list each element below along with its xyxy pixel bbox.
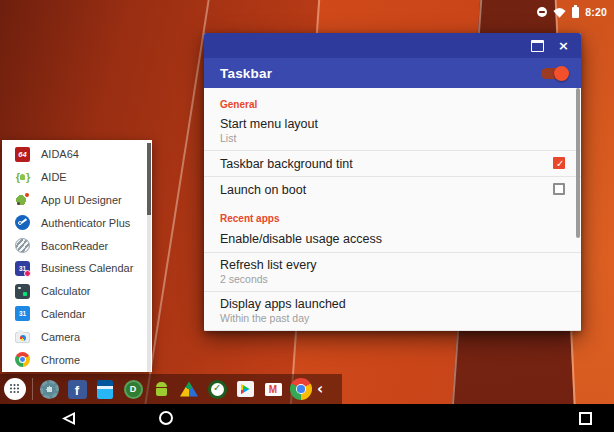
back-button[interactable] bbox=[62, 412, 75, 425]
taskbar-google-drive[interactable] bbox=[175, 374, 203, 404]
all-apps-icon bbox=[10, 384, 12, 386]
clock: 8:20 bbox=[585, 6, 607, 18]
business-calendar-icon: 31 bbox=[15, 261, 30, 276]
do-not-disturb-icon bbox=[537, 7, 547, 17]
start-menu-item-baconreader[interactable]: BaconReader bbox=[2, 234, 152, 257]
taskbar-pushbullet[interactable]: D bbox=[119, 374, 147, 404]
home-button[interactable] bbox=[159, 411, 173, 425]
setting-start-menu-layout[interactable]: Start menu layout List bbox=[204, 112, 581, 150]
start-menu-item-calendar[interactable]: 31 Calendar bbox=[2, 303, 152, 326]
taskbar: f D M ‹ bbox=[0, 374, 342, 404]
camera-icon bbox=[15, 332, 30, 343]
notes-icon bbox=[97, 380, 113, 399]
taskbar-tasks[interactable] bbox=[203, 374, 231, 404]
setting-display-apps-launched[interactable]: Display apps launched Within the past da… bbox=[204, 291, 581, 330]
close-window-icon[interactable]: × bbox=[558, 39, 569, 52]
facebook-icon: f bbox=[68, 380, 87, 399]
aida64-icon: 64 bbox=[15, 147, 30, 162]
navigation-bar bbox=[0, 404, 614, 432]
settings-scrollbar-thumb[interactable] bbox=[576, 88, 580, 238]
chrome-icon bbox=[290, 378, 312, 400]
start-menu-scrollbar-thumb[interactable] bbox=[147, 143, 151, 215]
start-menu-item-aida64[interactable]: 64 AIDA64 bbox=[2, 143, 152, 166]
start-menu: 64 AIDA64 {} AIDE App UI Designer Authen… bbox=[2, 140, 152, 372]
pushbullet-icon: D bbox=[124, 380, 143, 399]
taskbar-enabled-toggle[interactable] bbox=[541, 68, 567, 79]
taskbar-facebook[interactable]: f bbox=[63, 374, 91, 404]
launch-on-boot-checkbox[interactable] bbox=[553, 183, 565, 195]
start-button[interactable] bbox=[4, 378, 26, 400]
taskbar-settings[interactable] bbox=[35, 374, 63, 404]
window-titlebar: × bbox=[204, 33, 581, 58]
start-menu-item-app-ui-designer[interactable]: App UI Designer bbox=[2, 189, 152, 212]
recents-button[interactable] bbox=[579, 412, 592, 425]
setting-sort-order[interactable]: Sort order bbox=[204, 330, 581, 331]
toggle-knob bbox=[554, 66, 569, 81]
android-robot-icon bbox=[152, 380, 171, 399]
settings-list: General Start menu layout List Taskbar b… bbox=[204, 88, 581, 331]
taskbar-android-app[interactable] bbox=[147, 374, 175, 404]
baconreader-icon bbox=[15, 238, 30, 253]
play-store-icon bbox=[237, 381, 254, 397]
start-menu-item-calculator[interactable]: Calculator bbox=[2, 280, 152, 303]
taskbar-notes[interactable] bbox=[91, 374, 119, 404]
background-tint-checkbox[interactable] bbox=[553, 157, 565, 169]
aide-icon: {} bbox=[15, 170, 30, 185]
checkmark-app-icon bbox=[208, 380, 227, 399]
setting-usage-access[interactable]: Enable/disable usage access bbox=[204, 226, 581, 252]
window-header: Taskbar bbox=[204, 58, 581, 88]
android-screen: 8:20 64 AIDA64 {} AIDE App UI Designer A… bbox=[0, 0, 614, 432]
taskbar-chrome[interactable] bbox=[287, 374, 315, 404]
wifi-icon bbox=[553, 7, 566, 18]
chrome-icon bbox=[15, 352, 30, 367]
taskbar-play-store[interactable] bbox=[231, 374, 259, 404]
setting-launch-on-boot[interactable]: Launch on boot bbox=[204, 176, 581, 202]
taskbar-divider bbox=[32, 378, 33, 400]
section-header-recent-apps: Recent apps bbox=[204, 202, 581, 226]
setting-taskbar-background-tint[interactable]: Taskbar background tint bbox=[204, 150, 581, 176]
gmail-icon: M bbox=[265, 383, 282, 396]
settings-gear-icon bbox=[40, 380, 59, 399]
collapse-chevron-icon[interactable]: ‹ bbox=[317, 382, 323, 397]
app-ui-designer-icon bbox=[15, 192, 30, 207]
window-title: Taskbar bbox=[220, 66, 272, 81]
section-header-general: General bbox=[204, 88, 581, 112]
start-menu-item-authenticator-plus[interactable]: Authenticator Plus bbox=[2, 211, 152, 234]
battery-icon bbox=[572, 7, 579, 18]
status-bar: 8:20 bbox=[0, 0, 614, 24]
taskbar-gmail[interactable]: M bbox=[259, 374, 287, 404]
start-menu-item-camera[interactable]: Camera bbox=[2, 325, 152, 348]
start-menu-item-business-calendar[interactable]: 31 Business Calendar bbox=[2, 257, 152, 280]
maximize-window-icon[interactable] bbox=[531, 40, 544, 52]
taskbar-settings-window: × Taskbar General Start menu layout List… bbox=[204, 33, 581, 331]
start-menu-item-aide[interactable]: {} AIDE bbox=[2, 166, 152, 189]
google-drive-icon bbox=[180, 382, 198, 397]
setting-refresh-list-every[interactable]: Refresh list every 2 seconds bbox=[204, 252, 581, 291]
calculator-icon bbox=[15, 284, 30, 299]
authenticator-plus-icon bbox=[15, 215, 30, 230]
calendar-icon: 31 bbox=[15, 306, 30, 321]
start-menu-item-chrome[interactable]: Chrome bbox=[2, 348, 152, 371]
